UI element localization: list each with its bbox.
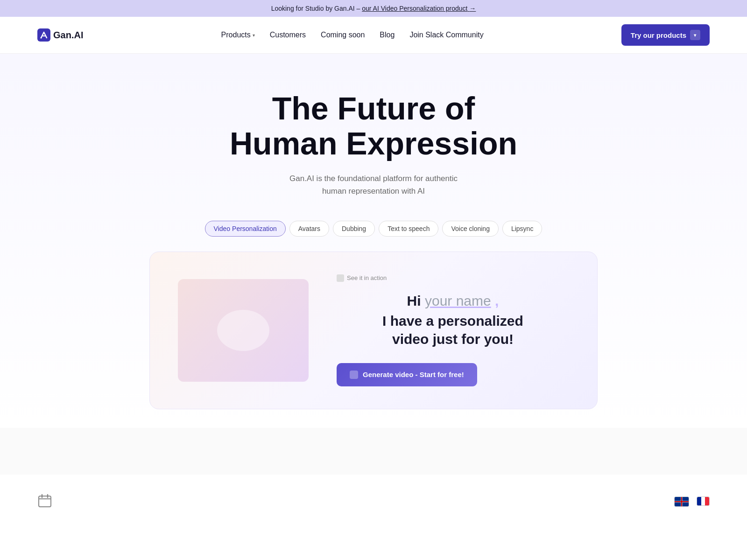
tab-avatars[interactable]: Avatars <box>289 221 329 237</box>
banner-text: Looking for Studio by Gan.AI – <box>271 5 362 12</box>
product-tabs: Video Personalization Avatars Dubbing Te… <box>19 221 728 237</box>
hero-subtitle: Gan.AI is the foundational platform for … <box>280 172 467 197</box>
bottom-section <box>0 428 747 475</box>
nav-item-coming-soon[interactable]: Coming soon <box>321 31 365 39</box>
navbar-center: Products ▾ Customers Coming soon Blog Jo… <box>221 31 484 39</box>
demo-card-content: See it in action Hi your name , I have a… <box>337 274 569 386</box>
see-it-action-label: See it in action <box>337 274 569 282</box>
navbar-logo-area: Gan.AI <box>37 28 83 42</box>
banner-link[interactable]: our AI Video Personalization product → <box>362 5 476 12</box>
svg-point-1 <box>41 37 42 39</box>
fr-flag-icon <box>697 497 710 506</box>
logo-text: Gan.AI <box>53 30 83 41</box>
calendar-icon-wrapper <box>37 493 52 510</box>
logo-link[interactable]: Gan.AI <box>37 28 83 42</box>
play-icon <box>337 274 344 282</box>
your-name-placeholder: your name <box>425 293 491 308</box>
products-chevron-icon: ▾ <box>253 33 255 38</box>
calendar-icon <box>37 493 52 508</box>
generate-video-icon <box>350 371 358 379</box>
logo-icon <box>37 28 50 42</box>
navbar: Gan.AI Products ▾ Customers Coming soon … <box>0 17 747 54</box>
generate-video-button[interactable]: Generate video - Start for free! <box>337 363 477 386</box>
tab-video-personalization[interactable]: Video Personalization <box>205 221 286 237</box>
try-products-chevron-icon: ▾ <box>690 30 700 40</box>
nav-item-products[interactable]: Products ▾ <box>221 31 255 39</box>
nav-item-blog[interactable]: Blog <box>380 31 395 39</box>
demo-body-text: I have a personalized video just for you… <box>337 312 569 348</box>
tab-lipsync[interactable]: Lipsync <box>502 221 542 237</box>
nav-item-customers[interactable]: Customers <box>270 31 306 39</box>
uk-flag-icon <box>674 497 689 507</box>
tab-text-to-speech[interactable]: Text to speech <box>379 221 438 237</box>
try-products-button[interactable]: Try our products ▾ <box>621 24 710 46</box>
hero-title: The Future of Human Expression <box>19 91 728 161</box>
svg-rect-2 <box>39 496 51 507</box>
tab-dubbing[interactable]: Dubbing <box>333 221 375 237</box>
svg-rect-0 <box>37 28 50 42</box>
demo-text-block: Hi your name , I have a personalized vid… <box>337 293 569 348</box>
announcement-banner: Looking for Studio by Gan.AI – our AI Vi… <box>0 0 747 17</box>
flag-icons-area <box>674 497 710 507</box>
footer-icons-area <box>0 484 747 519</box>
tab-voice-cloning[interactable]: Voice cloning <box>442 221 499 237</box>
hero-section: The Future of Human Expression Gan.AI is… <box>0 54 747 428</box>
demo-card: See it in action Hi your name , I have a… <box>149 252 598 409</box>
demo-greeting-line: Hi your name , <box>337 293 569 309</box>
demo-video-preview <box>178 279 309 382</box>
navbar-right: Try our products ▾ <box>621 24 710 46</box>
nav-item-slack[interactable]: Join Slack Community <box>409 31 483 39</box>
